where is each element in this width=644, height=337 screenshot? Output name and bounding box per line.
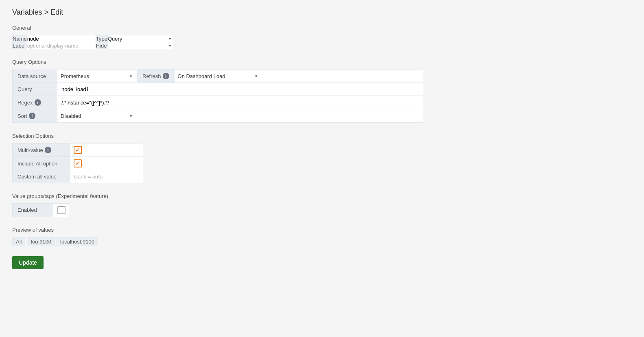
refresh-label: Refresh i — [138, 70, 175, 83]
sort-select-wrapper: Disabled Alphabetical (asc) Alphabetical… — [61, 113, 134, 119]
enabled-checkbox[interactable] — [57, 206, 65, 214]
include-all-row: Include All option — [13, 157, 143, 170]
include-all-checkbox[interactable] — [74, 159, 82, 167]
label-value-cell — [27, 42, 96, 49]
query-options-section-title: Query Options — [12, 59, 632, 65]
query-input[interactable] — [61, 86, 419, 92]
regex-value-cell — [57, 96, 423, 109]
multivalue-checkbox[interactable] — [74, 146, 82, 154]
enabled-label: Enabled — [13, 204, 53, 217]
query-label: Query — [13, 83, 57, 96]
datasource-value-cell: Prometheus — [57, 71, 138, 81]
type-select-wrapper: Query Custom Constant Datasource Interva… — [108, 35, 173, 42]
sort-label: Sort i — [13, 109, 57, 122]
preview-tag-all: All — [12, 237, 25, 246]
sort-info-icon: i — [29, 113, 35, 119]
include-all-checkbox-cell — [70, 157, 86, 170]
preview-tags-container: All foo:9100 localhost:9100 — [12, 237, 632, 246]
general-section-title: General — [12, 25, 632, 31]
custom-all-row: Custom all value — [13, 170, 143, 183]
label-input[interactable] — [27, 43, 96, 49]
update-button[interactable]: Update — [12, 256, 44, 269]
multivalue-label: Multi-value i — [13, 143, 70, 157]
value-groups-section-title: Value groups/tags (Experimental feature) — [12, 193, 632, 199]
regex-row: Regex i — [13, 96, 423, 109]
query-value-cell — [57, 83, 423, 96]
hide-label: Hide — [96, 42, 107, 49]
datasource-refresh-row: Data source Prometheus Refresh i Never O… — [13, 70, 423, 83]
name-value-cell — [27, 35, 96, 42]
hide-select[interactable]: Label Variable — [108, 43, 173, 49]
include-all-label: Include All option — [13, 157, 70, 170]
page-title: Variables > Edit — [12, 8, 632, 17]
custom-all-label: Custom all value — [13, 170, 70, 183]
refresh-value-cell: Never On Dashboard Load On Time Range Ch… — [175, 71, 262, 81]
sort-select[interactable]: Disabled Alphabetical (asc) Alphabetical… — [61, 113, 134, 119]
custom-all-input[interactable] — [74, 174, 139, 180]
multivalue-info-icon: i — [45, 147, 51, 153]
regex-input[interactable] — [61, 100, 419, 106]
hide-select-wrapper: Label Variable — [108, 42, 173, 49]
regex-info-icon: i — [35, 99, 41, 106]
selection-options-section-title: Selection Options — [12, 133, 632, 139]
custom-all-value-cell — [70, 171, 143, 182]
refresh-select-wrapper: Never On Dashboard Load On Time Range Ch… — [178, 73, 259, 79]
type-label: Type — [96, 35, 107, 42]
query-options-grid: Data source Prometheus Refresh i Never O… — [12, 69, 423, 123]
sort-value-cell: Disabled Alphabetical (asc) Alphabetical… — [57, 111, 137, 121]
value-groups-grid: Enabled — [12, 203, 70, 217]
preview-section-title: Preview of values — [12, 227, 632, 233]
selection-options-grid: Multi-value i Include All option Custom … — [12, 143, 143, 183]
name-input[interactable] — [27, 36, 96, 42]
label-label: Label — [13, 42, 27, 49]
general-table: Name Type Query Custom Constant Datasour… — [12, 35, 173, 49]
preview-tag-foo: foo:9100 — [27, 237, 55, 246]
type-value-cell: Query Custom Constant Datasource Interva… — [107, 35, 173, 42]
query-row: Query — [13, 83, 423, 96]
type-select[interactable]: Query Custom Constant Datasource Interva… — [108, 36, 173, 42]
name-label: Name — [13, 35, 27, 42]
refresh-info-icon: i — [163, 73, 169, 79]
datasource-select[interactable]: Prometheus — [61, 73, 134, 79]
preview-tag-localhost: localhost:9100 — [57, 237, 98, 246]
multivalue-row: Multi-value i — [13, 143, 143, 157]
regex-label: Regex i — [13, 96, 57, 109]
enabled-checkbox-cell — [53, 204, 70, 217]
refresh-select[interactable]: Never On Dashboard Load On Time Range Ch… — [178, 73, 259, 79]
hide-value-cell: Label Variable — [107, 42, 173, 49]
multivalue-checkbox-cell — [70, 143, 86, 157]
datasource-label: Data source — [13, 70, 57, 83]
sort-row: Sort i Disabled Alphabetical (asc) Alpha… — [13, 109, 423, 123]
datasource-select-wrapper: Prometheus — [61, 73, 134, 79]
